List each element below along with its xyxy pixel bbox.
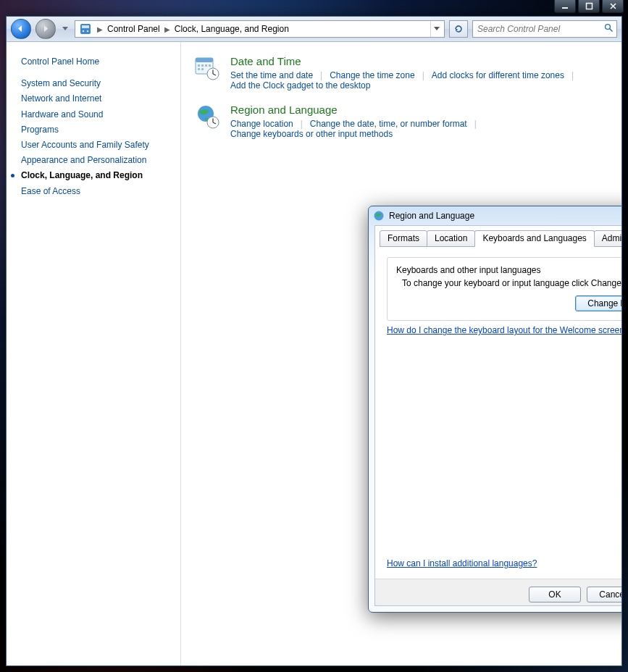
calendar-clock-icon bbox=[194, 55, 220, 81]
tab-administrative[interactable]: Administrative bbox=[594, 230, 621, 247]
control-panel-window: ▶ Control Panel ▶ Clock, Language, and R… bbox=[6, 16, 622, 666]
sidebar-item-system-security[interactable]: System and Security bbox=[21, 77, 173, 89]
link-change-location[interactable]: Change location bbox=[230, 119, 293, 129]
svg-line-7 bbox=[610, 29, 613, 32]
cancel-button[interactable]: Cancel bbox=[587, 587, 621, 602]
maximize-button[interactable] bbox=[578, 0, 600, 13]
svg-rect-10 bbox=[198, 64, 200, 67]
tab-location[interactable]: Location bbox=[427, 230, 475, 247]
link-set-time-date[interactable]: Set the time and date bbox=[230, 70, 313, 80]
nav-back-button[interactable] bbox=[11, 19, 31, 39]
category-links: Set the time and date| Change the time z… bbox=[230, 70, 614, 91]
category-title[interactable]: Region and Language bbox=[230, 104, 614, 116]
link-add-clock-gadget[interactable]: Add the Clock gadget to the desktop bbox=[230, 80, 370, 91]
link-change-time-zone[interactable]: Change the time zone bbox=[330, 70, 414, 80]
search-box[interactable] bbox=[472, 20, 617, 38]
tab-formats[interactable]: Formats bbox=[380, 230, 427, 247]
keyboards-groupbox: Keyboards and other input languages To c… bbox=[387, 257, 621, 321]
dialog-title-text: Region and Language bbox=[389, 211, 621, 221]
minimize-button[interactable] bbox=[554, 0, 576, 13]
category-links: Change location| Change the date, time, … bbox=[230, 119, 614, 139]
address-history-dropdown[interactable] bbox=[430, 21, 443, 37]
ok-button[interactable]: OK bbox=[529, 587, 581, 602]
sidebar-item-ease-of-access[interactable]: Ease of Access bbox=[21, 185, 173, 197]
breadcrumb-item[interactable]: Control Panel bbox=[106, 24, 162, 34]
globe-icon bbox=[373, 210, 385, 222]
sidebar-home-link[interactable]: Control Panel Home bbox=[21, 56, 173, 67]
address-bar[interactable]: ▶ Control Panel ▶ Clock, Language, and R… bbox=[75, 20, 445, 38]
breadcrumb-separator: ▶ bbox=[164, 25, 170, 33]
breadcrumb-item[interactable]: Clock, Language, and Region bbox=[173, 24, 290, 34]
dialog-titlebar[interactable]: Region and Language bbox=[369, 206, 621, 225]
sidebar-item-hardware-sound[interactable]: Hardware and Sound bbox=[21, 109, 173, 120]
category-title[interactable]: Date and Time bbox=[230, 55, 614, 67]
svg-rect-0 bbox=[562, 7, 568, 9]
search-input[interactable] bbox=[476, 23, 604, 35]
link-change-keyboards[interactable]: Change keyboards or other input methods bbox=[230, 129, 393, 139]
link-change-formats[interactable]: Change the date, time, or number format bbox=[310, 119, 467, 129]
category-date-time: Date and Time Set the time and date| Cha… bbox=[194, 55, 614, 91]
sidebar: Control Panel Home System and Security N… bbox=[7, 42, 181, 665]
help-link-install-languages[interactable]: How can I install additional languages? bbox=[387, 558, 537, 568]
content-pane: Date and Time Set the time and date| Cha… bbox=[181, 42, 621, 665]
groupbox-description: To change your keyboard or input languag… bbox=[402, 278, 621, 288]
nav-history-dropdown[interactable] bbox=[60, 22, 70, 36]
control-panel-icon bbox=[80, 23, 91, 35]
refresh-button[interactable] bbox=[449, 20, 468, 38]
dialog-region-language: Region and Language Formats Location Key… bbox=[368, 206, 621, 613]
change-keyboards-button[interactable]: Change keyboards... bbox=[575, 295, 621, 311]
groupbox-title: Keyboards and other input languages bbox=[396, 265, 621, 275]
breadcrumb-separator: ▶ bbox=[97, 25, 103, 33]
globe-clock-icon bbox=[194, 104, 220, 130]
svg-rect-15 bbox=[201, 68, 204, 70]
svg-rect-11 bbox=[201, 64, 204, 67]
navbar: ▶ Control Panel ▶ Clock, Language, and R… bbox=[7, 17, 621, 42]
svg-point-5 bbox=[87, 30, 89, 33]
dialog-tabstrip: Formats Location Keyboards and Languages… bbox=[375, 226, 621, 247]
close-button[interactable] bbox=[602, 0, 624, 13]
svg-point-4 bbox=[83, 30, 85, 33]
svg-rect-3 bbox=[82, 25, 89, 28]
sidebar-item-network-internet[interactable]: Network and Internet bbox=[21, 93, 173, 104]
tab-panel-keyboards: Keyboards and other input languages To c… bbox=[375, 247, 621, 579]
nav-forward-button[interactable] bbox=[35, 19, 56, 39]
search-icon[interactable] bbox=[604, 23, 614, 35]
dialog-button-row: OK Cancel Apply bbox=[375, 579, 621, 605]
tab-keyboards-languages[interactable]: Keyboards and Languages bbox=[474, 230, 594, 247]
sidebar-item-user-accounts[interactable]: User Accounts and Family Safety bbox=[21, 139, 173, 151]
sidebar-item-appearance[interactable]: Appearance and Personalization bbox=[21, 154, 173, 166]
svg-rect-14 bbox=[198, 68, 200, 70]
window-body: Control Panel Home System and Security N… bbox=[7, 42, 621, 665]
sidebar-item-programs[interactable]: Programs bbox=[21, 124, 173, 135]
sidebar-item-clock-language-region[interactable]: Clock, Language, and Region bbox=[21, 169, 173, 181]
link-add-clocks[interactable]: Add clocks for different time zones bbox=[432, 70, 564, 80]
svg-rect-9 bbox=[196, 58, 213, 62]
svg-point-6 bbox=[606, 25, 611, 30]
svg-rect-12 bbox=[205, 64, 207, 67]
svg-rect-13 bbox=[209, 64, 211, 67]
category-region-language: Region and Language Change location| Cha… bbox=[194, 104, 614, 139]
svg-rect-1 bbox=[586, 4, 592, 9]
os-window-titlebar bbox=[0, 0, 628, 16]
help-link-welcome-screen[interactable]: How do I change the keyboard layout for … bbox=[387, 325, 621, 335]
